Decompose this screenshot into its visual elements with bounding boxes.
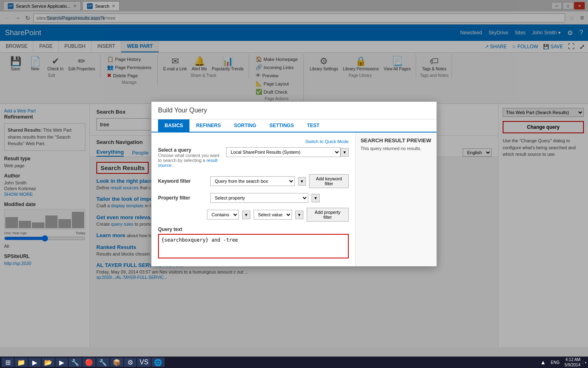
add-property-filter-button[interactable]: Add property filter [307, 208, 349, 222]
modal-tab-settings[interactable]: SETTINGS [263, 119, 301, 132]
modal-title: Build Your Query [158, 107, 430, 114]
modal-content-wrapper: Switch to Quick Mode Select a query Choo… [151, 132, 437, 266]
preview-title: SEARCH RESULT PREVIEW [361, 137, 432, 144]
keyword-filter-row: Keyword filter Query from the search box… [158, 174, 349, 188]
modal-header: Build Your Query [151, 102, 437, 119]
contains-select[interactable]: Contains [207, 210, 239, 220]
modal-tab-sorting[interactable]: SORTING [227, 119, 263, 132]
property-filter-row: Property filter Select property ▼ [158, 193, 349, 203]
select-query-label: Select a query [158, 147, 220, 153]
property-select[interactable]: Select property [210, 193, 308, 203]
modal-preview-panel: SEARCH RESULT PREVIEW This query returne… [355, 132, 437, 266]
keyword-dropdown-icon[interactable]: ▼ [298, 177, 306, 186]
switch-mode-link[interactable]: Switch to Quick Mode [158, 139, 349, 144]
select-query-label-group: Select a query Choose what content you w… [158, 147, 220, 168]
add-keyword-filter-button[interactable]: Add keyword filter [309, 174, 348, 188]
query-text-label: Query text [158, 227, 349, 232]
modal-overlay[interactable]: Build Your Query BASICS REFINERS SORTING… [0, 0, 588, 347]
build-query-modal: Build Your Query BASICS REFINERS SORTING… [151, 101, 437, 267]
contains-row: Contains ▼ Select value ▼ Add property f… [158, 208, 349, 222]
property-dropdown-icon[interactable]: ▼ [312, 194, 320, 202]
keyword-filter-label: Keyword filter [158, 178, 207, 184]
select-query-row: Select a query Choose what content you w… [158, 147, 349, 168]
query-source-dropdown-icon[interactable]: ▼ [341, 148, 349, 157]
modal-tab-test[interactable]: TEST [301, 119, 326, 132]
query-text-section: Query text {searchboxquery} and -tree [158, 227, 349, 260]
query-source-select[interactable]: Local SharePoint Results (System) [226, 147, 341, 157]
keyword-filter-select[interactable]: Query from the search box [210, 176, 295, 186]
result-source-link[interactable]: result source [158, 158, 218, 168]
query-text-input[interactable]: {searchboxquery} and -tree [158, 234, 349, 258]
value-select[interactable]: Select value [254, 210, 292, 220]
modal-tab-refiners[interactable]: REFINERS [189, 119, 227, 132]
property-filter-label: Property filter [158, 195, 207, 201]
modal-body: Switch to Quick Mode Select a query Choo… [151, 132, 355, 266]
preview-text: This query returned no results. [361, 146, 432, 151]
value-dropdown-icon[interactable]: ▼ [295, 211, 303, 219]
modal-tabs: BASICS REFINERS SORTING SETTINGS TEST [151, 119, 437, 132]
select-query-control: Local SharePoint Results (System) ▼ [226, 147, 349, 157]
modal-main: Switch to Quick Mode Select a query Choo… [151, 132, 355, 266]
modal-tab-basics[interactable]: BASICS [158, 119, 189, 132]
select-query-sublabel: Choose what content you want to search b… [158, 153, 220, 168]
contains-dropdown-icon[interactable]: ▼ [242, 211, 250, 219]
